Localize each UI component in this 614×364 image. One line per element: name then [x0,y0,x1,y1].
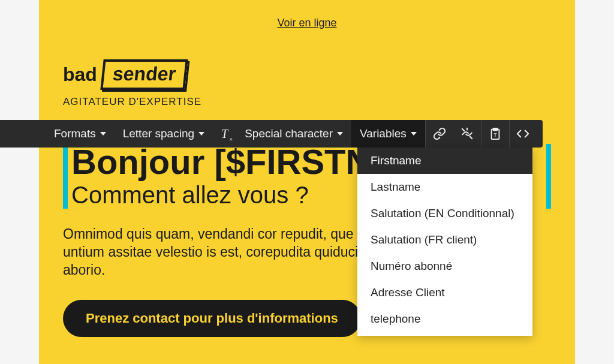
dropdown-item-firstname[interactable]: Firstname [357,148,532,174]
view-online-wrap: Voir en ligne [63,17,551,29]
variables-menu[interactable]: Variables [351,120,425,148]
insert-link-button[interactable] [426,120,453,148]
variables-dropdown: Firstname Lastname Salutation (EN Condit… [357,148,532,336]
unlink-icon [460,127,474,140]
letter-spacing-menu[interactable]: Letter spacing [115,120,213,148]
special-character-menu[interactable]: Special character [236,120,351,148]
remove-link-button[interactable] [453,120,481,148]
logo-sender-text: sender [100,59,188,90]
dropdown-item-telephone[interactable]: telephone [357,306,532,332]
chevron-down-icon [411,132,417,136]
cta-button[interactable]: Prenez contact pour plus d'informations [63,300,361,337]
variables-label: Variables [360,127,407,140]
chevron-down-icon [100,132,106,136]
letter-spacing-label: Letter spacing [123,127,194,140]
logo-tagline: AGITATEUR D'EXPERTISE [63,96,551,108]
chevron-down-icon [198,132,204,136]
clear-formatting-button[interactable]: T [213,120,236,148]
link-icon [433,127,446,140]
logo-bad-text: bad [63,64,97,86]
clear-format-icon: T [221,127,228,141]
logo-area: bad sender AGITATEUR D'EXPERTISE [63,59,551,108]
svg-rect-4 [493,128,497,131]
editor-toolbar: Formats Letter spacing T Special charact… [0,120,543,148]
view-online-link[interactable]: Voir en ligne [277,17,336,29]
dropdown-item-lastname[interactable]: Lastname [357,174,532,200]
dropdown-item-numero-abonne[interactable]: Numéro abonné [357,253,532,279]
source-code-button[interactable] [509,120,537,148]
logo: bad sender [63,59,186,90]
svg-text:T: T [493,133,496,138]
dropdown-item-salutation-en[interactable]: Salutation (EN Conditionnal) [357,200,532,227]
dropdown-item-adresse-client[interactable]: Adresse Client [357,279,532,306]
dropdown-item-salutation-fr[interactable]: Salutation (FR client) [357,227,532,253]
paste-text-icon: T [489,127,502,140]
special-char-label: Special character [245,127,333,140]
formats-menu[interactable]: Formats [0,120,115,148]
code-icon [516,127,529,140]
svg-line-0 [462,129,465,131]
chevron-down-icon [337,132,343,136]
paste-text-button[interactable]: T [481,120,509,148]
formats-label: Formats [54,127,96,140]
svg-line-1 [469,137,472,139]
